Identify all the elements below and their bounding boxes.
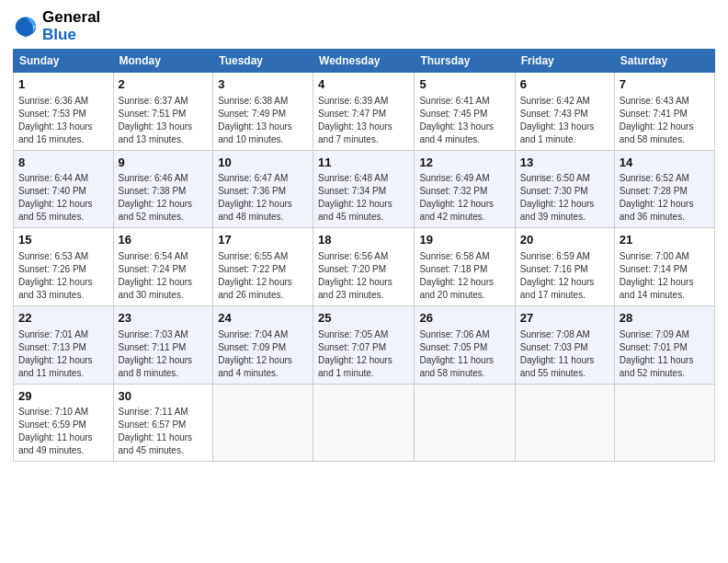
header-day-wednesday: Wednesday <box>313 50 415 73</box>
calendar-cell: 14Sunrise: 6:52 AMSunset: 7:28 PMDayligh… <box>614 150 714 228</box>
day-info-line: Daylight: 12 hours <box>620 121 694 132</box>
day-number: 18 <box>318 232 409 248</box>
day-info: Sunrise: 6:47 AMSunset: 7:36 PMDaylight:… <box>218 172 308 224</box>
day-info-line: and 16 minutes. <box>18 134 84 144</box>
day-info: Sunrise: 7:00 AMSunset: 7:14 PMDaylight:… <box>620 250 710 302</box>
day-info-line: Sunrise: 7:01 AM <box>18 329 88 339</box>
day-info-line: and 23 minutes. <box>318 290 383 300</box>
day-info-line: Daylight: 12 hours <box>218 277 292 287</box>
day-number: 6 <box>520 76 609 93</box>
day-info-line: Sunrise: 7:09 AM <box>620 329 689 339</box>
day-info-line: Sunset: 7:05 PM <box>419 342 487 352</box>
logo: General Blue <box>13 9 100 43</box>
day-info: Sunrise: 6:42 AMSunset: 7:43 PMDaylight:… <box>520 95 609 146</box>
logo-text: General Blue <box>42 9 100 43</box>
calendar-cell: 30Sunrise: 7:11 AMSunset: 6:57 PMDayligh… <box>113 384 213 462</box>
day-info-line: Sunset: 7:41 PM <box>620 109 688 119</box>
day-info-line: Sunrise: 7:05 AM <box>318 329 388 339</box>
calendar-body: 1Sunrise: 6:36 AMSunset: 7:53 PMDaylight… <box>14 73 715 462</box>
calendar-cell: 4Sunrise: 6:39 AMSunset: 7:47 PMDaylight… <box>313 73 415 151</box>
day-info-line: and 4 minutes. <box>419 134 480 144</box>
day-info-line: Sunset: 7:40 PM <box>18 186 86 196</box>
calendar-cell: 16Sunrise: 6:54 AMSunset: 7:24 PMDayligh… <box>113 228 213 306</box>
day-info-line: Sunset: 7:34 PM <box>318 186 386 196</box>
day-info-line: Sunset: 7:28 PM <box>620 186 688 196</box>
day-info: Sunrise: 7:11 AMSunset: 6:57 PMDaylight:… <box>119 406 209 457</box>
day-info-line: and 13 minutes. <box>119 134 184 144</box>
day-info-line: Daylight: 13 hours <box>218 121 292 132</box>
day-info-line: Daylight: 12 hours <box>620 277 694 287</box>
day-info-line: and 36 minutes. <box>620 212 685 222</box>
day-number: 28 <box>620 310 710 327</box>
day-info-line: Sunrise: 6:37 AM <box>119 96 188 106</box>
day-info-line: and 17 minutes. <box>520 290 586 300</box>
day-number: 26 <box>419 310 509 327</box>
logo-general: General <box>42 8 100 26</box>
day-info-line: Sunrise: 6:44 AM <box>18 173 88 183</box>
day-info-line: Daylight: 12 hours <box>520 199 595 209</box>
day-info-line: Daylight: 12 hours <box>419 277 494 287</box>
day-number: 29 <box>18 388 108 405</box>
day-info-line: Daylight: 12 hours <box>119 277 193 287</box>
day-info-line: Daylight: 12 hours <box>119 355 193 365</box>
day-info-line: Sunset: 7:22 PM <box>218 264 286 274</box>
day-info-line: Daylight: 11 hours <box>419 355 494 365</box>
day-info-line: Sunset: 7:45 PM <box>419 109 487 119</box>
day-info-line: Sunrise: 6:46 AM <box>119 173 188 183</box>
day-info-line: Daylight: 12 hours <box>318 199 392 209</box>
day-info-line: Sunset: 7:13 PM <box>18 342 86 352</box>
calendar-cell: 3Sunrise: 6:38 AMSunset: 7:49 PMDaylight… <box>213 73 313 151</box>
day-info-line: Sunrise: 6:48 AM <box>318 173 388 183</box>
week-row-3: 15Sunrise: 6:53 AMSunset: 7:26 PMDayligh… <box>14 228 715 306</box>
day-number: 16 <box>119 232 209 248</box>
day-info: Sunrise: 7:03 AMSunset: 7:11 PMDaylight:… <box>119 328 209 380</box>
day-info: Sunrise: 6:59 AMSunset: 7:16 PMDaylight:… <box>520 250 609 302</box>
calendar-cell <box>213 384 313 462</box>
day-info: Sunrise: 6:53 AMSunset: 7:26 PMDaylight:… <box>18 250 108 302</box>
day-info-line: Sunset: 7:36 PM <box>218 186 286 196</box>
day-info-line: Sunrise: 7:03 AM <box>119 329 188 339</box>
day-info-line: Daylight: 11 hours <box>520 355 595 365</box>
calendar-cell: 7Sunrise: 6:43 AMSunset: 7:41 PMDaylight… <box>614 73 714 151</box>
week-row-2: 8Sunrise: 6:44 AMSunset: 7:40 PMDaylight… <box>14 150 715 228</box>
calendar-cell: 17Sunrise: 6:55 AMSunset: 7:22 PMDayligh… <box>213 228 313 306</box>
day-number: 14 <box>620 155 710 171</box>
day-info-line: Daylight: 11 hours <box>119 432 193 442</box>
calendar-cell: 19Sunrise: 6:58 AMSunset: 7:18 PMDayligh… <box>415 228 515 306</box>
day-info-line: and 58 minutes. <box>419 368 484 378</box>
day-info-line: Sunset: 7:32 PM <box>419 186 487 196</box>
day-info-line: and 30 minutes. <box>119 290 184 300</box>
day-info-line: Sunset: 7:51 PM <box>119 109 187 119</box>
day-info-line: Sunrise: 6:59 AM <box>520 251 590 261</box>
day-info-line: Sunset: 7:38 PM <box>119 186 187 196</box>
day-info-line: Sunset: 6:59 PM <box>18 419 86 430</box>
calendar-cell: 1Sunrise: 6:36 AMSunset: 7:53 PMDaylight… <box>14 73 114 151</box>
day-info-line: and 4 minutes. <box>218 368 279 378</box>
day-number: 19 <box>419 232 509 248</box>
day-number: 20 <box>520 232 609 248</box>
calendar-cell: 12Sunrise: 6:49 AMSunset: 7:32 PMDayligh… <box>415 150 515 228</box>
day-info-line: Daylight: 12 hours <box>18 199 93 209</box>
day-info: Sunrise: 6:58 AMSunset: 7:18 PMDaylight:… <box>419 250 509 302</box>
day-info-line: Sunset: 7:24 PM <box>119 264 187 274</box>
day-info-line: Sunrise: 7:04 AM <box>218 329 288 339</box>
week-row-4: 22Sunrise: 7:01 AMSunset: 7:13 PMDayligh… <box>14 306 715 385</box>
day-info-line: Sunset: 7:26 PM <box>18 264 86 274</box>
day-info: Sunrise: 6:48 AMSunset: 7:34 PMDaylight:… <box>318 172 409 224</box>
day-info-line: Daylight: 12 hours <box>318 277 392 287</box>
day-info: Sunrise: 7:09 AMSunset: 7:01 PMDaylight:… <box>620 328 710 380</box>
day-info-line: Sunset: 7:49 PM <box>218 109 286 119</box>
calendar-cell: 18Sunrise: 6:56 AMSunset: 7:20 PMDayligh… <box>313 228 415 306</box>
day-info: Sunrise: 6:38 AMSunset: 7:49 PMDaylight:… <box>218 95 308 146</box>
day-info-line: Sunset: 7:09 PM <box>218 342 286 352</box>
day-info-line: Sunset: 7:43 PM <box>520 109 588 119</box>
day-info-line: and 1 minute. <box>520 134 576 144</box>
day-info-line: Sunrise: 6:55 AM <box>218 251 288 261</box>
day-info: Sunrise: 6:52 AMSunset: 7:28 PMDaylight:… <box>620 172 710 224</box>
day-info: Sunrise: 6:49 AMSunset: 7:32 PMDaylight:… <box>419 172 509 224</box>
day-info: Sunrise: 7:04 AMSunset: 7:09 PMDaylight:… <box>218 328 308 380</box>
day-info-line: Sunrise: 6:42 AM <box>520 96 590 106</box>
day-number: 13 <box>520 155 609 171</box>
day-info-line: and 33 minutes. <box>18 290 84 300</box>
day-info-line: Sunset: 7:47 PM <box>318 109 386 119</box>
